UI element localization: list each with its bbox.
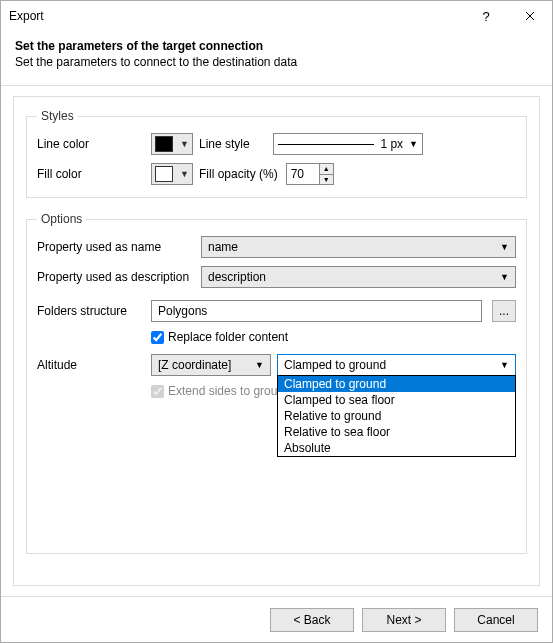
options-legend: Options: [37, 212, 86, 226]
line-color-swatch: [155, 136, 173, 152]
prop-desc-label: Property used as description: [37, 270, 195, 284]
altitude-source-combo[interactable]: [Z coordinate] ▼: [151, 354, 271, 376]
chevron-down-icon: ▼: [500, 272, 509, 282]
fill-opacity-label: Fill opacity (%): [199, 167, 278, 181]
chevron-down-icon: ▼: [409, 139, 418, 149]
altitude-mode-value: Clamped to ground: [284, 358, 500, 372]
spinner-up[interactable]: ▲: [320, 164, 333, 175]
content-area: Styles Line color ▼ Line style 1 px ▼: [1, 86, 552, 596]
next-button[interactable]: Next >: [362, 608, 446, 632]
prop-desc-combo[interactable]: description ▼: [201, 266, 516, 288]
replace-folder-checkbox[interactable]: Replace folder content: [151, 330, 288, 344]
spinner-down[interactable]: ▼: [320, 175, 333, 185]
line-preview: [278, 144, 374, 145]
prop-desc-value: description: [208, 270, 500, 284]
altitude-mode-option[interactable]: Clamped to ground: [278, 376, 515, 392]
folders-value: Polygons: [158, 304, 207, 318]
altitude-mode-option[interactable]: Relative to sea floor: [278, 424, 515, 440]
fill-color-swatch: [155, 166, 173, 182]
fill-color-label: Fill color: [37, 167, 145, 181]
chevron-down-icon: ▼: [500, 242, 509, 252]
main-panel: Styles Line color ▼ Line style 1 px ▼: [13, 96, 540, 586]
fill-color-picker[interactable]: ▼: [151, 163, 193, 185]
folders-input[interactable]: Polygons: [151, 300, 482, 322]
line-color-label: Line color: [37, 137, 145, 151]
styles-legend: Styles: [37, 109, 78, 123]
altitude-mode-list: Clamped to ground Clamped to sea floor R…: [277, 375, 516, 457]
chevron-down-icon: ▼: [500, 360, 509, 370]
fill-opacity-spinner[interactable]: ▲ ▼: [286, 163, 334, 185]
fill-opacity-input[interactable]: [287, 164, 319, 184]
header-subtitle: Set the parameters to connect to the des…: [15, 55, 538, 69]
footer: < Back Next > Cancel: [1, 596, 552, 642]
chevron-down-icon: ▼: [180, 169, 189, 179]
prop-name-label: Property used as name: [37, 240, 195, 254]
styles-group: Styles Line color ▼ Line style 1 px ▼: [26, 109, 527, 198]
chevron-down-icon: ▼: [255, 360, 264, 370]
line-style-label: Line style: [199, 137, 267, 151]
replace-checkbox-input[interactable]: [151, 331, 164, 344]
browse-button[interactable]: ...: [492, 300, 516, 322]
altitude-mode-option[interactable]: Clamped to sea floor: [278, 392, 515, 408]
prop-name-combo[interactable]: name ▼: [201, 236, 516, 258]
line-style-value: 1 px: [380, 137, 403, 151]
window-title: Export: [9, 9, 464, 23]
back-button[interactable]: < Back: [270, 608, 354, 632]
extend-label: Extend sides to ground: [168, 384, 291, 398]
cancel-button[interactable]: Cancel: [454, 608, 538, 632]
replace-label: Replace folder content: [168, 330, 288, 344]
line-style-picker[interactable]: 1 px ▼: [273, 133, 423, 155]
folders-label: Folders structure: [37, 304, 145, 318]
chevron-down-icon: ▼: [180, 139, 189, 149]
options-group: Options Property used as name name ▼ Pro…: [26, 212, 527, 554]
extend-checkbox-input: [151, 385, 164, 398]
header: Set the parameters of the target connect…: [1, 31, 552, 81]
extend-sides-checkbox: Extend sides to ground: [151, 384, 291, 398]
altitude-mode-option[interactable]: Absolute: [278, 440, 515, 456]
altitude-source-value: [Z coordinate]: [158, 358, 255, 372]
altitude-label: Altitude: [37, 358, 145, 372]
help-button[interactable]: ?: [464, 1, 508, 31]
altitude-mode-combo[interactable]: Clamped to ground ▼ Clamped to ground Cl…: [277, 354, 516, 376]
titlebar: Export ?: [1, 1, 552, 31]
altitude-mode-option[interactable]: Relative to ground: [278, 408, 515, 424]
line-color-picker[interactable]: ▼: [151, 133, 193, 155]
header-title: Set the parameters of the target connect…: [15, 39, 538, 53]
prop-name-value: name: [208, 240, 500, 254]
close-icon: [525, 11, 535, 21]
export-dialog: Export ? Set the parameters of the targe…: [0, 0, 553, 643]
close-button[interactable]: [508, 1, 552, 31]
